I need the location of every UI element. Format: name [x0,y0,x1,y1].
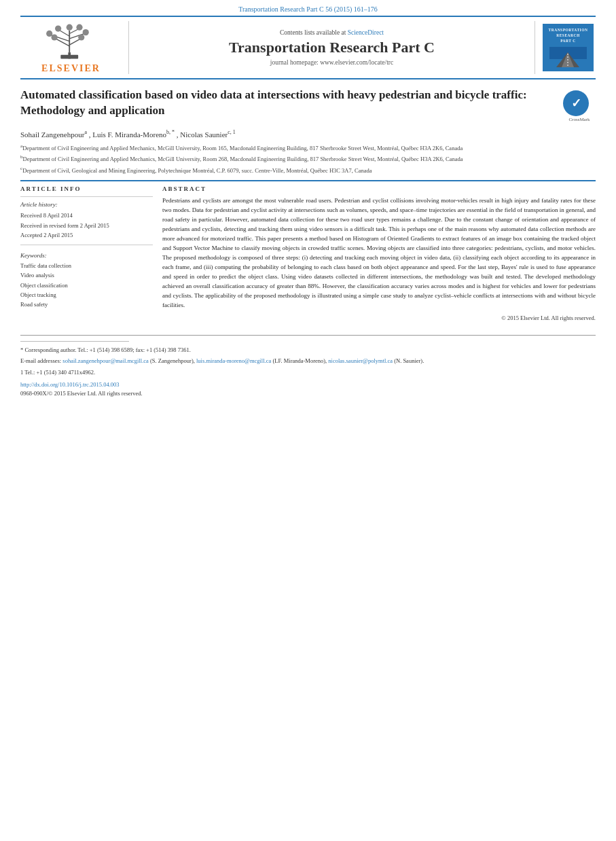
keyword-item: Object classification [20,281,153,290]
corresponding-note: * Corresponding author. Tel.: +1 (514) 3… [20,346,596,355]
left-col: ARTICLE INFO Article history: Received 8… [20,185,153,321]
author1-super: a [84,129,87,135]
email3-link[interactable]: nicolas.saunier@polymtl.ca [328,357,393,364]
svg-point-9 [46,31,52,37]
affiliation-item: bDepartment of Civil Engineering and App… [20,154,596,164]
affiliation-item: aDepartment of Civil Engineering and App… [20,143,596,153]
svg-point-13 [76,24,82,31]
affiliation-item: cDepartment of Civil, Geological and Min… [20,165,596,175]
email1-link[interactable]: sohail.zangenehpour@mail.mcgill.ca [62,357,149,364]
science-direct-link[interactable]: ScienceDirect [348,29,384,36]
crossmark-badge[interactable]: ✓ CrossMark [563,90,596,122]
left-col-divider2 [20,245,153,245]
email1-name: (S. Zangenehpour), [150,357,195,364]
trc-logo-text: TRANSPORTATIONRESEARCHPART C [549,28,588,43]
article-received: Received 8 April 2014 [20,211,153,220]
elsevier-logo: ELSEVIER [20,21,129,74]
author3-super: c, 1 [228,129,236,135]
issn-line: 0968-090X/© 2015 Elsevier Ltd. All right… [20,390,596,397]
svg-point-14 [66,24,72,31]
footnote1-text: 1 Tel.: +1 (514) 340 4711x4962. [20,368,596,378]
trc-logo-area: TRANSPORTATIONRESEARCHPART C [535,21,596,74]
email2-link[interactable]: luis.miranda-moreno@mcgill.ca [196,357,271,364]
affiliations-block: aDepartment of Civil Engineering and App… [20,143,596,175]
svg-point-8 [51,34,57,40]
abstract-section-label: ABSTRACT [162,185,596,192]
keywords-label: Keywords: [20,252,153,259]
journal-homepage: journal homepage: www.elsevier.com/locat… [136,59,528,66]
doi-link[interactable]: http://dx.doi.org/10.1016/j.trc.2015.04.… [20,381,596,388]
article-title: Automated classification based on video … [20,88,556,119]
trc-road-icon [549,47,587,67]
svg-line-2 [55,39,69,46]
footnote-divider [20,341,129,342]
footnotes-area: * Corresponding author. Tel.: +1 (514) 3… [20,335,596,397]
two-col-layout: ARTICLE INFO Article history: Received 8… [20,185,596,321]
science-direct-line: Contents lists available at ScienceDirec… [136,29,528,36]
email-note: E-mail addresses: sohail.zangenehpour@ma… [20,357,596,366]
author3-name: , Nicolas Saunier [177,130,228,139]
elsevier-brand: ELSEVIER [41,63,101,74]
svg-point-11 [78,34,84,40]
keyword-item: Video analysis [20,270,153,280]
email2-name: (LF. Miranda-Moreno), [272,357,327,364]
crossmark-label: CrossMark [563,117,596,122]
article-history-label: Article history: [20,201,153,208]
svg-point-10 [55,25,61,31]
section-divider-top [20,180,596,181]
author1-name: Sohail Zangenehpour [20,130,84,139]
author2-super: b, * [166,129,175,135]
keywords-list: Traffic data collectionVideo analysisObj… [20,261,153,310]
svg-rect-15 [60,55,78,59]
article-info-section-label: ARTICLE INFO [20,185,153,192]
article-title-row: Automated classification based on video … [20,88,596,122]
journal-header-line: Transportation Research Part C 56 (2015)… [0,0,616,16]
abstract-text: Pedestrians and cyclists are amongst the… [162,196,596,310]
crossmark-icon: ✓ [563,90,589,116]
trc-logo-box: TRANSPORTATIONRESEARCHPART C [543,24,594,71]
email3-name: (N. Saunier). [394,357,424,364]
author2-name: , Luis F. Miranda-Moreno [89,130,166,139]
keyword-item: Object tracking [20,290,153,300]
copyright-line: © 2015 Elsevier Ltd. All rights reserved… [162,315,596,321]
svg-point-12 [82,29,88,35]
svg-line-5 [69,39,81,45]
article-accepted: Accepted 2 April 2015 [20,230,153,240]
email-label: E-mail addresses: [20,357,61,364]
journal-title: Transportation Research Part C [136,39,528,56]
right-col: ABSTRACT Pedestrians and cyclists are am… [162,185,596,321]
article-revised: Received in revised form 2 April 2015 [20,221,153,230]
journal-title-block: Contents lists available at ScienceDirec… [129,21,535,74]
left-col-divider1 [20,196,153,197]
keyword-item: Traffic data collection [20,261,153,270]
authors-line: Sohail Zangenehpoura , Luis F. Miranda-M… [20,129,596,139]
keyword-item: Road safety [20,300,153,309]
